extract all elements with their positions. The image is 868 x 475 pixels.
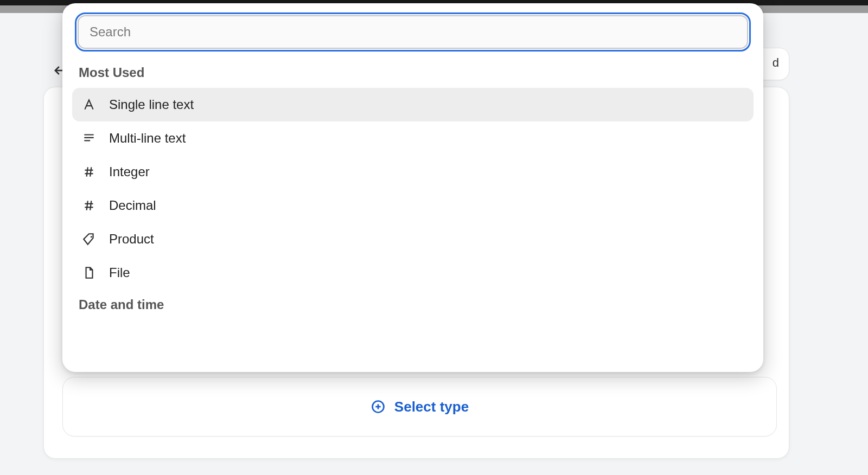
- hash-icon: [81, 164, 97, 180]
- option-label: File: [109, 265, 130, 280]
- hash-icon: [81, 197, 97, 214]
- section-header-date-time: Date and time: [71, 290, 755, 320]
- option-integer[interactable]: Integer: [72, 155, 754, 189]
- file-icon: [81, 265, 97, 281]
- option-label: Product: [109, 232, 154, 247]
- most-used-options-list: Single line text Multi-line text Integer…: [71, 88, 755, 290]
- search-input[interactable]: [78, 15, 748, 49]
- option-multi-line-text[interactable]: Multi-line text: [72, 121, 754, 155]
- option-product[interactable]: Product: [72, 222, 754, 256]
- select-type-button[interactable]: Select type: [62, 377, 777, 437]
- paragraph-lines-icon: [81, 130, 97, 146]
- select-type-label: Select type: [394, 399, 469, 415]
- option-file[interactable]: File: [72, 256, 754, 290]
- plus-circle-icon: [371, 399, 386, 414]
- option-single-line-text[interactable]: Single line text: [72, 88, 754, 121]
- option-label: Multi-line text: [109, 131, 186, 146]
- header-text-fragment: d: [773, 56, 779, 70]
- section-header-most-used: Most Used: [71, 49, 755, 88]
- letter-a-icon: [81, 97, 97, 113]
- option-label: Integer: [109, 164, 150, 179]
- option-label: Decimal: [109, 198, 156, 213]
- svg-point-1: [91, 236, 92, 238]
- option-decimal[interactable]: Decimal: [72, 189, 754, 222]
- field-type-picker-popover: Most Used Single line text Multi-line te…: [62, 3, 763, 372]
- tag-icon: [81, 231, 97, 247]
- option-label: Single line text: [109, 97, 194, 112]
